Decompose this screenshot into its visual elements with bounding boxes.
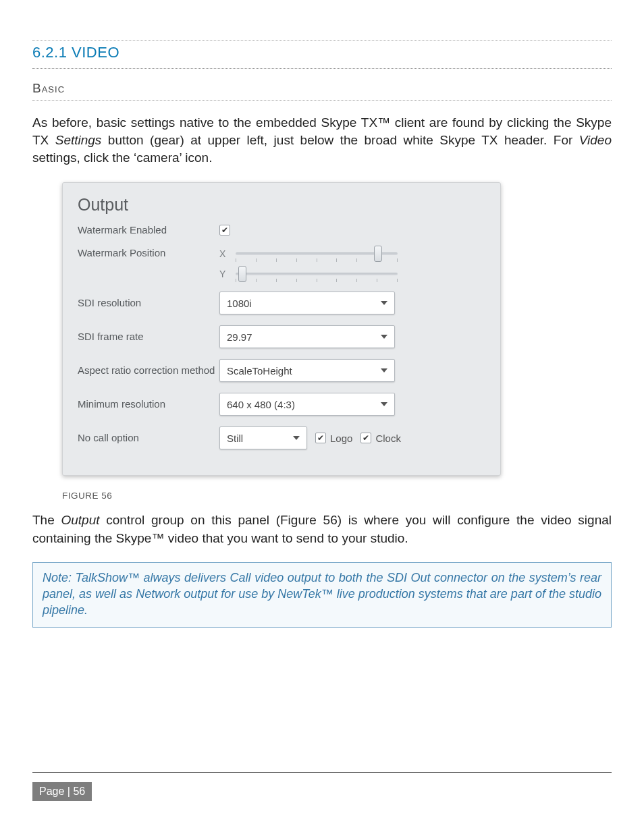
slider-y-line: Y	[219, 267, 398, 281]
note-box: Note: TalkShow™ always delivers Call vid…	[32, 562, 612, 628]
chevron-down-icon	[381, 301, 387, 305]
slider-x-thumb[interactable]	[374, 246, 382, 262]
select-sdi-resolution-value: 1080i	[227, 298, 252, 309]
post-figure-text-2: control group on this panel (Figure 56) …	[32, 513, 612, 545]
select-aspect-ratio[interactable]: ScaleToHeight	[219, 359, 395, 382]
row-watermark-enabled: Watermark Enabled ✔	[78, 224, 485, 237]
output-panel-screenshot: Output Watermark Enabled ✔ Watermark Pos…	[62, 182, 501, 476]
checkbox-clock[interactable]: ✔	[360, 433, 371, 443]
intro-settings-word: Settings	[55, 133, 102, 147]
select-no-call-value: Still	[227, 433, 243, 444]
slider-y-thumb[interactable]	[238, 266, 246, 282]
row-aspect-ratio: Aspect ratio correction method ScaleToHe…	[78, 359, 485, 382]
select-min-resolution-value: 640 x 480 (4:3)	[227, 399, 295, 410]
label-logo: Logo	[330, 433, 352, 444]
label-no-call-option: No call option	[78, 432, 219, 445]
label-aspect-ratio: Aspect ratio correction method	[78, 364, 219, 377]
chevron-down-icon	[381, 335, 387, 339]
select-sdi-frame-rate-value: 29.97	[227, 331, 252, 343]
row-no-call-option: No call option Still ✔ Logo ✔ Clock	[78, 426, 485, 449]
intro-video-word: Video	[579, 133, 612, 147]
label-watermark-position: Watermark Position	[78, 247, 219, 260]
slider-x[interactable]	[236, 247, 398, 260]
intro-text-3: settings, click the ‘camera’ icon.	[32, 150, 212, 165]
row-watermark-position: Watermark Position X Y	[78, 247, 485, 281]
page-number-label: Page | 56	[39, 785, 85, 798]
intro-paragraph: As before, basic settings native to the …	[32, 114, 612, 167]
select-aspect-ratio-value: ScaleToHeight	[227, 365, 292, 377]
slider-y[interactable]	[236, 267, 398, 281]
footer-rule	[32, 772, 612, 773]
row-sdi-resolution: SDI resolution 1080i	[78, 292, 485, 314]
row-min-resolution: Minimum resolution 640 x 480 (4:3)	[78, 393, 485, 416]
slider-y-axis-label: Y	[219, 269, 229, 279]
slider-x-axis-label: X	[219, 248, 229, 259]
section-heading-wrap: 6.2.1 VIDEO	[32, 40, 612, 69]
label-watermark-enabled: Watermark Enabled	[78, 224, 219, 237]
subsection-divider	[32, 100, 612, 101]
label-sdi-frame-rate: SDI frame rate	[78, 331, 219, 343]
label-clock: Clock	[375, 433, 401, 444]
intro-text-2: button (gear) at upper left, just below …	[108, 133, 579, 147]
figure-caption: FIGURE 56	[62, 491, 612, 501]
subsection-heading: Basic	[32, 81, 612, 96]
row-sdi-frame-rate: SDI frame rate 29.97	[78, 325, 485, 348]
label-min-resolution: Minimum resolution	[78, 398, 219, 411]
checkbox-logo[interactable]: ✔	[315, 433, 326, 443]
select-no-call[interactable]: Still	[219, 426, 307, 449]
panel-title: Output	[78, 195, 485, 215]
select-sdi-resolution[interactable]: 1080i	[219, 292, 395, 314]
post-figure-output-word: Output	[61, 513, 99, 527]
chevron-down-icon	[381, 402, 387, 406]
slider-x-line: X	[219, 247, 398, 260]
checkbox-watermark-enabled[interactable]: ✔	[219, 225, 230, 236]
label-sdi-resolution: SDI resolution	[78, 297, 219, 310]
chevron-down-icon	[381, 368, 387, 372]
chevron-down-icon	[293, 436, 300, 440]
page-number-bar: Page | 56	[32, 782, 92, 801]
post-figure-paragraph: The Output control group on this panel (…	[32, 512, 612, 547]
section-heading: 6.2.1 VIDEO	[32, 44, 612, 61]
post-figure-text-1: The	[32, 513, 61, 527]
select-sdi-frame-rate[interactable]: 29.97	[219, 325, 395, 348]
select-min-resolution[interactable]: 640 x 480 (4:3)	[219, 393, 395, 416]
